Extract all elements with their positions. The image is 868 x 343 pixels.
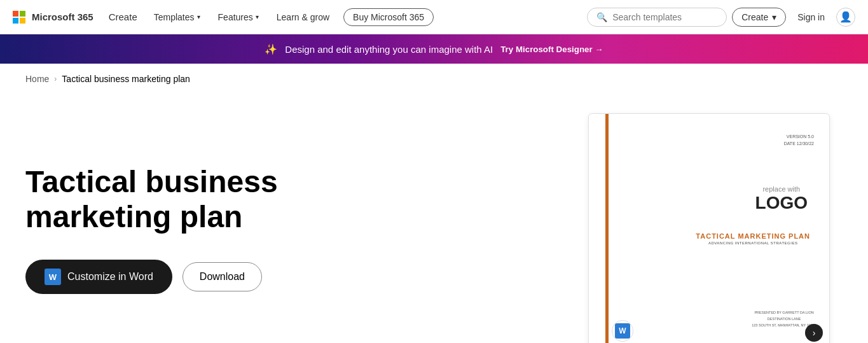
ms-grid-icon [13, 11, 25, 24]
search-icon: 🔍 [596, 12, 607, 22]
features-menu[interactable]: Features ▾ [212, 12, 265, 22]
templates-caret-icon: ▾ [197, 13, 200, 20]
word-badge-icon: W [615, 323, 630, 339]
breadcrumb-current: Tactical business marketing plan [62, 74, 190, 84]
preview-area: VERSION 5.0 DATE 12/30/22 replace with L… [575, 113, 843, 343]
sparkle-icon: ✨ [265, 43, 277, 55]
promo-banner: ✨ Design and edit anything you can imagi… [0, 34, 868, 64]
preview-title-area: TACTICAL MARKETING PLAN ADVANCING INTERN… [696, 232, 810, 245]
navbar: Microsoft 365 Create Templates ▾ Feature… [0, 0, 868, 34]
create-label[interactable]: Create [104, 11, 142, 22]
page-title: Tactical business marketing plan [25, 164, 394, 234]
features-caret-icon: ▾ [256, 13, 259, 20]
template-preview: VERSION 5.0 DATE 12/30/22 replace with L… [588, 113, 830, 343]
word-badge: W [612, 320, 633, 342]
preview-logo-area: replace with LOGO [755, 185, 808, 213]
customize-button[interactable]: W Customize in Word [25, 260, 172, 294]
create-caret-icon: ▾ [772, 12, 776, 22]
microsoft-logo[interactable]: Microsoft 365 [13, 11, 93, 24]
content-left: Tactical business marketing plan W Custo… [25, 113, 550, 294]
brand-label: Microsoft 365 [32, 11, 93, 22]
orange-bar-decoration [605, 114, 609, 343]
word-icon: W [45, 269, 61, 285]
signin-button[interactable]: Sign in [791, 12, 831, 22]
search-input[interactable] [612, 12, 717, 22]
banner-text: Design and edit anything you can imagine… [285, 44, 493, 55]
action-buttons: W Customize in Word Download [25, 260, 550, 294]
designer-cta[interactable]: Try Microsoft Designer → [500, 45, 603, 54]
create-button[interactable]: Create ▾ [732, 8, 786, 27]
download-button[interactable]: Download [183, 262, 262, 291]
avatar[interactable]: 👤 [836, 8, 855, 27]
main-content: Tactical business marketing plan W Custo… [0, 94, 868, 343]
breadcrumb-sep-icon: › [54, 74, 57, 83]
preview-meta: VERSION 5.0 DATE 12/30/22 [784, 133, 814, 147]
preview-inner: VERSION 5.0 DATE 12/30/22 replace with L… [589, 114, 829, 343]
search-box[interactable]: 🔍 [587, 8, 727, 27]
buy-button[interactable]: Buy Microsoft 365 [343, 8, 434, 26]
breadcrumb: Home › Tactical business marketing plan [0, 64, 868, 94]
preview-next-icon[interactable]: › [805, 324, 823, 342]
templates-menu[interactable]: Templates ▾ [148, 12, 207, 22]
learn-grow-menu[interactable]: Learn & grow [270, 12, 336, 22]
breadcrumb-home[interactable]: Home [25, 74, 49, 84]
